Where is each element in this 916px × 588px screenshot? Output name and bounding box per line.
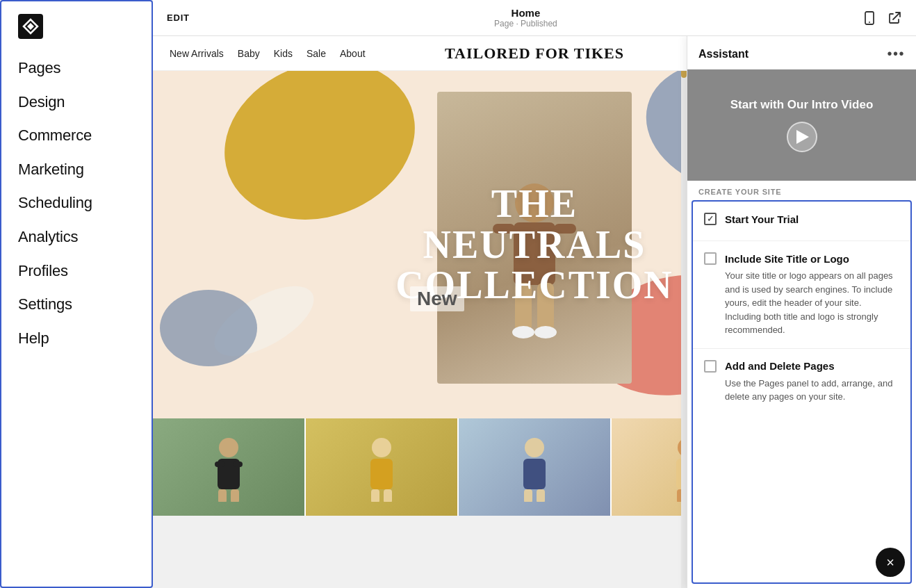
assistant-more-button[interactable]: ••• [887, 46, 905, 62]
sidebar-item-scheduling[interactable]: Scheduling [1, 186, 152, 220]
play-button[interactable] [787, 122, 817, 152]
video-card[interactable]: Start with Our Intro Video [687, 70, 916, 181]
pages-checklist-title: Add and Delete Pages [725, 360, 835, 372]
svg-rect-30 [384, 489, 392, 502]
main-area: EDIT Home Page · Published New Arrivals … [153, 0, 916, 588]
mobile-preview-icon[interactable] [862, 10, 877, 26]
external-link-icon[interactable] [887, 10, 902, 26]
topbar-left: EDIT [167, 13, 190, 23]
sidebar-item-help[interactable]: Help [1, 322, 152, 356]
assistant-header: Assistant ••• [687, 36, 916, 70]
hero-line2: NEUTRALS [395, 224, 673, 266]
svg-point-2 [869, 22, 870, 23]
svg-rect-25 [218, 489, 227, 502]
logo-title: Include Site Title or Logo [725, 253, 849, 265]
topbar-center: Home Page · Published [494, 7, 557, 28]
assistant-panel: Assistant ••• Start with Our Intro Video… [687, 36, 916, 588]
checklist-item-trial-header: Start Your Trial [704, 213, 899, 225]
grid-item-1 [153, 418, 306, 516]
logo-checkbox[interactable] [704, 252, 717, 265]
sidebar-item-pages[interactable]: Pages [1, 51, 152, 85]
svg-rect-24 [233, 462, 243, 467]
pages-checkbox[interactable] [704, 360, 717, 373]
svg-point-21 [219, 438, 238, 457]
assistant-title: Assistant [698, 48, 749, 60]
svg-rect-26 [231, 489, 239, 502]
sidebar-item-analytics[interactable]: Analytics [1, 220, 152, 254]
preview-nav-baby[interactable]: Baby [238, 48, 260, 59]
checklist-item-pages: Add and Delete Pages Use the Pages panel… [693, 349, 910, 415]
site-title: TAILORED FOR TIKES [445, 44, 624, 63]
svg-rect-34 [537, 489, 545, 502]
checklist-item-trial: Start Your Trial [693, 202, 910, 241]
close-button[interactable]: × [876, 548, 905, 577]
close-icon: × [886, 555, 894, 569]
create-section-label: CREATE YOUR SITE [687, 181, 916, 200]
sidebar-item-profiles[interactable]: Profiles [1, 254, 152, 288]
preview-nav-sale[interactable]: Sale [306, 48, 326, 59]
logo-desc: Your site title or logo appears on all p… [704, 269, 899, 337]
sidebar-logo [1, 14, 152, 51]
topbar-page-label: Home [512, 7, 541, 19]
topbar-status-label: Page · Published [494, 19, 557, 28]
sidebar: Pages Design Commerce Marketing Scheduli… [0, 0, 153, 588]
svg-point-31 [525, 438, 544, 457]
play-triangle-icon [796, 130, 809, 144]
sidebar-item-design[interactable]: Design [1, 85, 152, 120]
trial-checkbox[interactable] [704, 213, 717, 225]
grid-item-2 [306, 418, 459, 516]
svg-rect-33 [524, 489, 532, 502]
sidebar-item-commerce[interactable]: Commerce [1, 119, 152, 153]
preview-nav-links: New Arrivals Baby Kids Sale About [170, 48, 366, 59]
sidebar-nav: Pages Design Commerce Marketing Scheduli… [1, 51, 152, 574]
svg-rect-28 [370, 459, 393, 489]
svg-rect-29 [371, 489, 379, 502]
edit-button[interactable]: EDIT [167, 13, 190, 23]
svg-rect-32 [523, 459, 546, 489]
pages-desc: Use the Pages panel to add, arrange, and… [704, 377, 899, 404]
svg-rect-23 [215, 462, 224, 467]
svg-point-27 [372, 438, 391, 457]
video-card-title: Start with Our Intro Video [730, 98, 874, 112]
checklist-item-pages-header: Add and Delete Pages [704, 360, 899, 373]
topbar: EDIT Home Page · Published [153, 0, 916, 36]
preview-nav-kids[interactable]: Kids [274, 48, 293, 59]
trial-title: Start Your Trial [725, 213, 799, 225]
hero-line1: THE [395, 183, 673, 224]
sidebar-item-settings[interactable]: Settings [1, 288, 152, 322]
checklist-item-logo: Include Site Title or Logo Your site tit… [693, 241, 910, 349]
sidebar-item-marketing[interactable]: Marketing [1, 153, 152, 187]
squarespace-logo-icon [18, 14, 43, 39]
site-preview: New Arrivals Baby Kids Sale About TAILOR… [153, 36, 916, 588]
grid-item-3 [459, 418, 612, 516]
preview-nav-about[interactable]: About [340, 48, 366, 59]
preview-nav-new-arrivals[interactable]: New Arrivals [170, 48, 224, 59]
topbar-right [862, 10, 902, 26]
checklist: Start Your Trial Include Site Title or L… [692, 200, 912, 584]
new-badge: New [410, 286, 464, 311]
checklist-item-logo-header: Include Site Title or Logo [704, 252, 899, 265]
